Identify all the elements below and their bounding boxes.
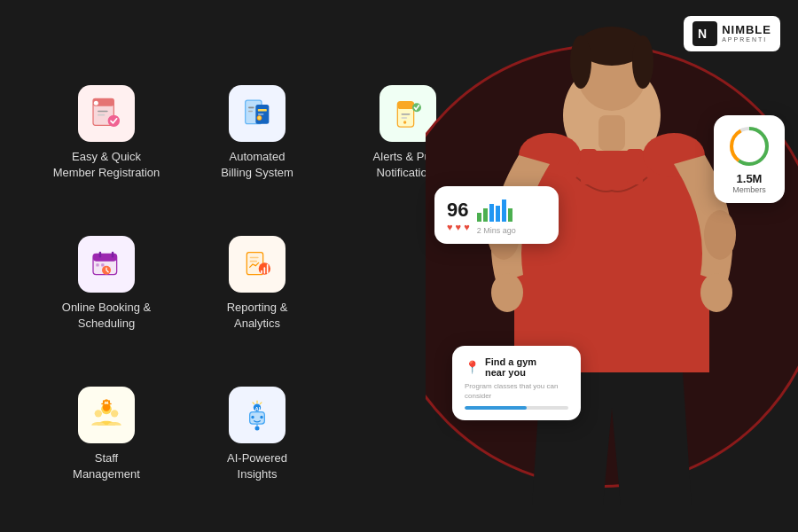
svg-point-38 <box>111 410 118 417</box>
gym-person <box>443 0 780 523</box>
stats-number: 96 <box>447 199 470 222</box>
svg-rect-61 <box>581 149 597 184</box>
svg-rect-30 <box>264 267 266 274</box>
right-section <box>426 0 798 532</box>
svg-rect-66 <box>477 213 481 222</box>
svg-rect-13 <box>248 110 253 112</box>
svg-rect-9 <box>258 109 267 112</box>
svg-rect-26 <box>101 263 104 266</box>
svg-rect-23 <box>112 252 113 258</box>
svg-rect-71 <box>508 208 512 222</box>
svg-rect-33 <box>250 261 257 262</box>
svg-rect-67 <box>483 208 488 222</box>
svg-rect-17 <box>402 113 411 115</box>
svg-point-57 <box>700 273 732 312</box>
svg-point-11 <box>257 115 262 120</box>
svg-line-45 <box>260 403 262 404</box>
svg-rect-58 <box>598 115 625 151</box>
svg-point-53 <box>632 35 653 89</box>
billing-label: AutomatedBilling System <box>221 149 293 181</box>
feature-ai: AI AI-PoweredInsights <box>186 364 328 505</box>
feature-reporting: Reporting &Analytics <box>186 213 328 355</box>
svg-rect-15 <box>397 101 413 108</box>
svg-rect-32 <box>250 256 259 258</box>
stats-meta: 2 Mins ago <box>477 195 516 235</box>
reporting-label: Reporting &Analytics <box>227 300 288 332</box>
members-card: 1.5M Members <box>714 115 785 203</box>
svg-point-43 <box>260 416 262 419</box>
gym-card-title: Find a gymnear you <box>485 356 536 378</box>
svg-rect-25 <box>96 263 98 266</box>
svg-rect-18 <box>402 117 408 119</box>
svg-text:AI: AI <box>255 406 261 411</box>
svg-point-56 <box>491 273 523 312</box>
stats-bar-icon <box>477 195 516 226</box>
svg-rect-29 <box>261 270 262 273</box>
svg-point-42 <box>251 416 254 419</box>
stats-card: 96 ♥ ♥ ♥ 2 Mins ago <box>434 186 559 244</box>
feature-staff: StaffManagement <box>35 364 177 505</box>
svg-line-46 <box>253 403 254 404</box>
svg-point-47 <box>255 426 260 430</box>
svg-point-19 <box>403 121 406 123</box>
gym-progress-bar <box>465 406 568 410</box>
svg-point-6 <box>94 101 98 106</box>
ai-label: AI-PoweredInsights <box>227 450 287 482</box>
ai-icon: AI <box>229 387 286 443</box>
location-pin-icon: 📍 <box>465 360 480 374</box>
staff-label: StaffManagement <box>73 450 140 482</box>
svg-rect-68 <box>489 204 494 222</box>
svg-rect-69 <box>496 206 500 222</box>
feature-booking: Online Booking &Scheduling <box>35 213 177 355</box>
gym-bar-fill <box>465 406 527 410</box>
svg-point-60 <box>704 210 736 260</box>
feature-member-registration: Easy & QuickMember Registration <box>35 62 177 204</box>
booking-label: Online Booking &Scheduling <box>62 300 151 332</box>
svg-rect-12 <box>248 106 254 108</box>
svg-rect-62 <box>627 149 643 184</box>
stats-time: 2 Mins ago <box>477 226 516 235</box>
members-label: Members <box>726 185 772 194</box>
svg-rect-10 <box>258 113 264 115</box>
svg-rect-22 <box>99 252 102 258</box>
svg-point-3 <box>108 114 120 126</box>
reporting-icon <box>229 236 286 293</box>
member-registration-icon <box>78 85 135 142</box>
svg-point-37 <box>95 410 102 417</box>
features-grid: Easy & QuickMember Registration Automate… <box>35 62 479 505</box>
gym-card-desc: Program classes that you can consider <box>465 381 568 401</box>
gym-header: 📍 Find a gymnear you <box>465 356 568 378</box>
stats-pulse: ♥ ♥ ♥ <box>447 222 470 232</box>
gym-finder-card: 📍 Find a gymnear you Program classes tha… <box>452 346 581 420</box>
svg-point-52 <box>570 35 591 89</box>
member-registration-label: Easy & QuickMember Registration <box>53 149 160 181</box>
gauge-chart <box>727 124 771 168</box>
booking-icon <box>78 236 135 293</box>
svg-rect-70 <box>502 200 506 222</box>
staff-icon <box>78 387 135 443</box>
feature-billing: AutomatedBilling System <box>186 62 328 204</box>
svg-rect-31 <box>267 264 269 274</box>
billing-icon <box>229 85 286 142</box>
members-count: 1.5M <box>726 172 772 185</box>
stats-number-container: 96 ♥ ♥ ♥ <box>447 199 470 232</box>
svg-rect-5 <box>98 114 105 116</box>
svg-rect-4 <box>98 110 108 112</box>
